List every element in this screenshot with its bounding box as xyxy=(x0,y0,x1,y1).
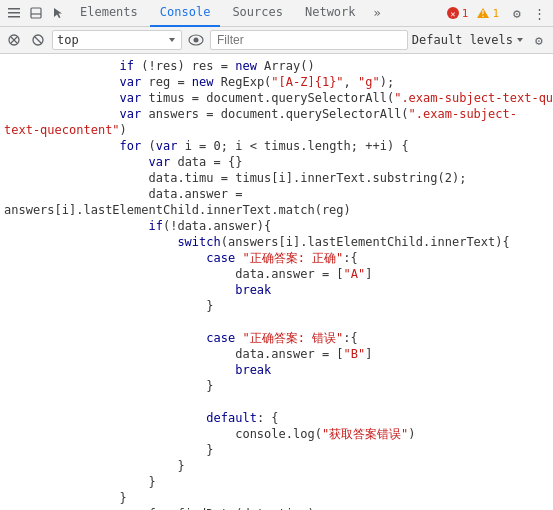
tab-console[interactable]: Console xyxy=(150,0,221,27)
code-line xyxy=(0,394,553,410)
code-line: var timus = document.querySelectorAll(".… xyxy=(0,90,553,106)
code-line: } xyxy=(0,298,553,314)
code-line: if(!data.answer){ xyxy=(0,218,553,234)
code-line xyxy=(0,314,553,330)
code-line: var data = {} xyxy=(0,154,553,170)
eye-icon[interactable] xyxy=(186,30,206,50)
code-line: } xyxy=(0,474,553,490)
svg-rect-1 xyxy=(8,12,20,14)
svg-marker-14 xyxy=(169,38,175,42)
code-line: text-quecontent") xyxy=(0,122,553,138)
code-line: answers[i].lastElementChild.innerText.ma… xyxy=(0,202,553,218)
code-line: case "正确答案: 错误":{ xyxy=(0,330,553,346)
code-line: } xyxy=(0,458,553,474)
settings-icon[interactable]: ⚙ xyxy=(507,3,527,23)
dock-icon[interactable] xyxy=(26,3,46,23)
console-settings-icon[interactable]: ⚙ xyxy=(529,30,549,50)
code-line: } xyxy=(0,378,553,394)
code-line: var reg = new RegExp("[A-Z]{1}", "g"); xyxy=(0,74,553,90)
code-line: data.answer = ["A"] xyxy=(0,266,553,282)
svg-text:✕: ✕ xyxy=(450,9,455,19)
pointer-icon[interactable] xyxy=(48,3,68,23)
code-line: break xyxy=(0,362,553,378)
no-icon[interactable] xyxy=(28,30,48,50)
svg-rect-3 xyxy=(31,8,41,18)
main-toolbar: Elements Console Sources Network » ✕ 1 !… xyxy=(0,0,553,27)
clear-console-icon[interactable] xyxy=(4,30,24,50)
context-selector[interactable]: top xyxy=(52,30,182,50)
code-area[interactable]: if (!res) res = new Array() var reg = ne… xyxy=(0,54,553,510)
code-line: data.answer = ["B"] xyxy=(0,346,553,362)
console-bar: top Default levels ⚙ xyxy=(0,27,553,54)
svg-text:!: ! xyxy=(481,10,486,19)
svg-point-16 xyxy=(194,38,199,43)
filter-input[interactable] xyxy=(210,30,408,50)
warning-badge[interactable]: ! 1 xyxy=(476,6,499,20)
code-line: default: { xyxy=(0,410,553,426)
tab-elements[interactable]: Elements xyxy=(70,0,148,27)
svg-rect-0 xyxy=(8,8,20,10)
more-tabs-button[interactable]: » xyxy=(368,3,387,23)
code-line: if (!res) res = new Array() xyxy=(0,58,553,74)
code-line: data.answer = xyxy=(0,186,553,202)
code-line: var f = findData(data.timu) xyxy=(0,506,553,510)
error-badge[interactable]: ✕ 1 xyxy=(446,6,469,20)
code-line: break xyxy=(0,282,553,298)
svg-marker-17 xyxy=(517,38,523,42)
tab-sources[interactable]: Sources xyxy=(222,0,293,27)
devtools-menu-icon[interactable] xyxy=(4,3,24,23)
svg-line-13 xyxy=(35,37,42,44)
code-line: switch(answers[i].lastElementChild.inner… xyxy=(0,234,553,250)
code-line: var answers = document.querySelectorAll(… xyxy=(0,106,553,122)
code-line: for (var i = 0; i < timus.length; ++i) { xyxy=(0,138,553,154)
levels-dropdown[interactable]: Default levels xyxy=(412,33,525,47)
code-line: data.timu = timus[i].innerText.substring… xyxy=(0,170,553,186)
svg-rect-2 xyxy=(8,16,20,18)
tab-network[interactable]: Network xyxy=(295,0,366,27)
code-line: } xyxy=(0,442,553,458)
code-line: } xyxy=(0,490,553,506)
more-options-icon[interactable]: ⋮ xyxy=(529,3,549,23)
code-line: console.log("获取答案错误") xyxy=(0,426,553,442)
code-line: case "正确答案: 正确":{ xyxy=(0,250,553,266)
